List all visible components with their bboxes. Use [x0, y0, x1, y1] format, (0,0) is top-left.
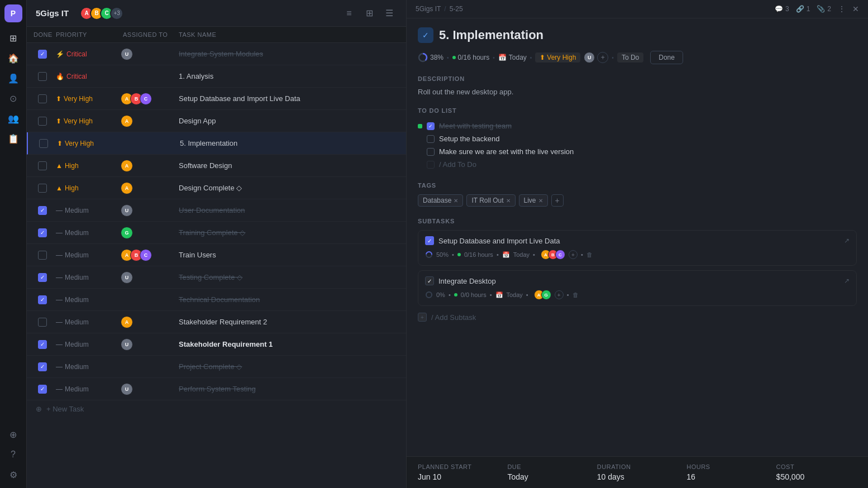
add-tag-btn[interactable]: + [551, 194, 564, 207]
table-row[interactable]: ⬆Very High 5. Implementation [27, 132, 406, 155]
task-checkbox[interactable] [38, 251, 47, 260]
sidebar-icon-grid[interactable]: ⊞ [4, 29, 22, 47]
subtask-delete-btn[interactable]: 🗑 [586, 251, 593, 258]
task-checkbox[interactable]: ✓ [38, 295, 47, 304]
hours-item[interactable]: 0/16 hours [452, 54, 490, 61]
progress-item[interactable]: 38% [418, 52, 443, 63]
description-text: Roll out the new desktop app. [418, 88, 857, 96]
comment-icon: 💬 [775, 5, 783, 13]
task-checkbox[interactable]: ✓ [38, 385, 47, 394]
task-checkbox[interactable]: ✓ [38, 206, 47, 215]
comments-btn[interactable]: 💬 3 [775, 5, 789, 13]
avatar: G [541, 290, 551, 300]
task-checkbox[interactable]: ✓ [38, 362, 47, 371]
assignee-item[interactable]: U + [584, 52, 608, 63]
date-item[interactable]: 📅 Today [498, 54, 527, 61]
done-button[interactable]: Done [650, 51, 683, 64]
todo-item[interactable]: Make sure we are set with the live versi… [418, 145, 857, 158]
sidebar-icon-team[interactable]: 👥 [4, 109, 22, 127]
toolbar: 5Gigs IT A B C +3 ≡ ⊞ ☰ [27, 0, 406, 27]
table-row[interactable]: ✓ —Medium Technical Documentation [27, 289, 406, 311]
task-checkbox[interactable] [39, 139, 48, 148]
todo-checkbox[interactable] [427, 148, 435, 156]
task-checkbox[interactable]: ✓ [38, 228, 47, 237]
calendar-icon: 📅 [502, 251, 510, 259]
add-assignee-subtask-btn[interactable]: + [569, 250, 578, 259]
task-checkbox[interactable]: ✓ [38, 340, 47, 349]
status-tag[interactable]: To Do [617, 52, 643, 63]
table-row[interactable]: ⬆Very High A Design App [27, 110, 406, 132]
table-row[interactable]: —Medium A B C Train Users [27, 244, 406, 266]
sidebar-icon-help[interactable]: ? [4, 446, 22, 463]
meta-sep: • [449, 291, 451, 298]
new-task-row[interactable]: ⊕ + New Task [27, 400, 406, 418]
table-row[interactable]: ✓ —Medium U Stakeholder Requirement 1 [27, 333, 406, 356]
subtasks-section: SUBTASKS ✓ Setup Database and Import Liv… [418, 218, 857, 324]
cost-col: COST $50,000 [776, 463, 857, 481]
sidebar-icon-clock[interactable]: ⊙ [4, 89, 22, 107]
layout-btn-1[interactable]: ≡ [341, 6, 357, 21]
priority-cell: —Medium [54, 295, 121, 305]
table-row[interactable]: ✓ —Medium U Testing Complete ◇ [27, 266, 406, 289]
todo-checkbox[interactable]: ✓ [427, 122, 435, 130]
subtask-external-link[interactable]: ↗ [844, 237, 850, 245]
sidebar-icon-inbox[interactable]: 👤 [4, 69, 22, 87]
task-checkbox[interactable] [38, 161, 47, 170]
table-row[interactable]: ✓ —Medium U User Documentation [27, 199, 406, 222]
task-checkbox[interactable] [38, 318, 47, 327]
sidebar-icon-docs[interactable]: 📋 [4, 130, 22, 147]
task-checkbox[interactable] [38, 72, 47, 81]
tag-remove-btn[interactable]: ✕ [454, 198, 458, 204]
avatar: G [121, 227, 133, 239]
svg-point-4 [426, 292, 432, 298]
add-todo-btn[interactable]: / Add To Do [418, 158, 857, 171]
todo-item[interactable]: Setup the backend [418, 132, 857, 145]
subtask-pct: 50% [436, 251, 449, 258]
layout-btn-3[interactable]: ☰ [381, 6, 397, 21]
subtask-external-link[interactable]: ↗ [844, 277, 850, 285]
due-col: DUE Today [507, 463, 588, 481]
table-row[interactable]: ✓ —Medium G Training Complete ◇ [27, 222, 406, 244]
add-assignee-subtask-btn[interactable]: + [555, 290, 564, 299]
tag-label: IT Roll Out [471, 197, 503, 204]
meta-sep: • [526, 291, 528, 298]
table-row[interactable]: ▲High A Design Complete ◇ [27, 177, 406, 199]
subtask-checkbox[interactable]: ✓ [425, 236, 434, 245]
table-row[interactable]: ✓ —Medium U Perform System Testing [27, 378, 406, 400]
col-priority[interactable]: PRIORITY [54, 29, 121, 40]
subtask-delete-btn[interactable]: 🗑 [573, 291, 579, 298]
app-logo[interactable]: P [4, 4, 22, 22]
todo-item[interactable]: ✓ Meet with testing team [418, 119, 857, 132]
table-row[interactable]: ⬆Very High A B C Setup Database and Impo… [27, 88, 406, 110]
task-checkbox[interactable] [38, 94, 47, 103]
priority-tag[interactable]: ⬆ Very High [535, 52, 580, 63]
todo-checkbox[interactable] [427, 135, 435, 143]
sidebar-icon-home[interactable]: 🏠 [4, 49, 22, 67]
table-row[interactable]: ▲High A Software Design [27, 155, 406, 177]
layout-btn-2[interactable]: ⊞ [361, 6, 377, 21]
sidebar-icon-add[interactable]: ⊕ [4, 425, 22, 443]
todo-label: TO DO LIST [418, 107, 857, 114]
more-btn[interactable]: ⋮ [838, 4, 846, 13]
avatar: C [140, 249, 152, 261]
task-checkbox[interactable]: ✓ [38, 50, 47, 59]
table-row[interactable]: ✓ ⚡Critical U Integrate System Modules [27, 43, 406, 65]
tag-remove-btn[interactable]: ✕ [538, 198, 543, 204]
table-row[interactable]: —Medium A Stakeholder Requirement 2 [27, 311, 406, 333]
task-checkbox[interactable]: ✓ [38, 273, 47, 282]
close-btn[interactable]: ✕ [852, 4, 859, 13]
add-assignee-btn[interactable]: + [597, 52, 608, 63]
subtask-checkbox[interactable]: ✓ [425, 276, 434, 285]
table-row[interactable]: ✓ —Medium Project Complete ◇ [27, 356, 406, 378]
links-btn[interactable]: 🔗 1 [796, 5, 810, 13]
table-row[interactable]: 🔥Critical 1. Analysis [27, 65, 406, 88]
add-subtask-btn[interactable]: + / Add Subtask [418, 310, 857, 324]
tag-remove-btn[interactable]: ✕ [506, 198, 511, 204]
task-checkbox[interactable] [38, 184, 47, 193]
priority-cell: ▲High [54, 161, 121, 171]
attachments-btn[interactable]: 📎 2 [817, 5, 831, 13]
priority-cell: —Medium [54, 250, 121, 260]
tag-database: Database ✕ [418, 194, 463, 207]
task-checkbox[interactable] [38, 117, 47, 126]
sidebar-icon-settings[interactable]: ⚙ [4, 466, 22, 484]
